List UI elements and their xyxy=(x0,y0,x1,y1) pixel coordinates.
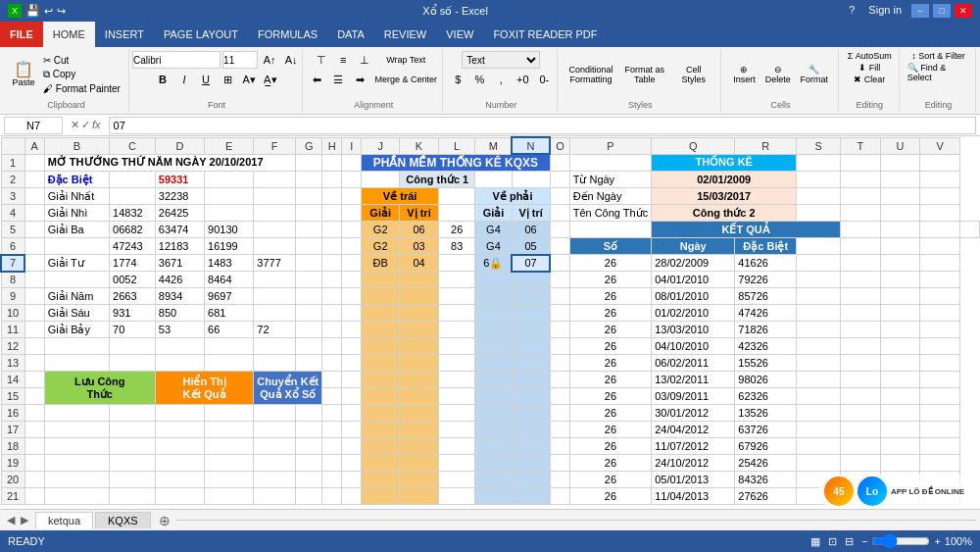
cell-p21[interactable]: 26 xyxy=(569,488,652,505)
cell-m14[interactable] xyxy=(475,372,512,388)
cell-a15[interactable] xyxy=(24,388,44,405)
cell-r16[interactable]: 13526 xyxy=(735,405,797,422)
row-header-6[interactable]: 6 xyxy=(1,238,24,255)
cell-v4[interactable] xyxy=(920,205,960,222)
cell-v5[interactable] xyxy=(960,222,980,238)
cell-m5[interactable]: G4 xyxy=(475,222,512,238)
cell-l21[interactable] xyxy=(438,488,475,505)
cell-q14[interactable]: 13/02/2011 xyxy=(652,372,735,388)
formula-confirm-btn[interactable]: ✓ xyxy=(81,119,90,131)
cell-b12[interactable] xyxy=(44,338,109,355)
dec-inc-btn[interactable]: +0 xyxy=(513,71,532,88)
cell-u4[interactable] xyxy=(880,205,920,222)
cell-h11[interactable] xyxy=(322,322,342,338)
cell-d7[interactable]: 3671 xyxy=(155,255,204,272)
cell-e9[interactable]: 9697 xyxy=(205,288,254,305)
cell-d16[interactable] xyxy=(155,405,204,422)
cell-k7[interactable]: 04 xyxy=(400,255,439,272)
row-header-1[interactable]: 1 xyxy=(1,154,24,172)
col-header-a[interactable]: A xyxy=(24,137,44,154)
cell-s6[interactable] xyxy=(797,238,841,255)
cell-u6[interactable] xyxy=(880,238,920,255)
cell-d2[interactable]: 59331 xyxy=(155,172,204,188)
cell-l4[interactable] xyxy=(438,205,475,222)
row-header-10[interactable]: 10 xyxy=(1,305,24,322)
cell-n19[interactable] xyxy=(512,455,550,472)
merge-center-btn[interactable]: Merge & Center xyxy=(371,71,440,88)
cell-c21[interactable] xyxy=(110,488,156,505)
paste-button[interactable]: 📋 Paste xyxy=(10,59,37,90)
cell-s12[interactable] xyxy=(797,338,841,355)
cell-o1[interactable] xyxy=(550,154,569,172)
cell-v2[interactable] xyxy=(920,172,960,188)
cell-r18[interactable]: 67926 xyxy=(735,438,797,455)
cell-m12[interactable] xyxy=(475,338,512,355)
cell-m21[interactable] xyxy=(475,488,512,505)
row-header-19[interactable]: 19 xyxy=(1,455,24,472)
cell-c6[interactable]: 47243 xyxy=(110,238,156,255)
cell-n21[interactable] xyxy=(512,488,550,505)
cell-a8[interactable] xyxy=(24,272,44,288)
redo-icon[interactable]: ↪ xyxy=(57,5,66,18)
cell-g17[interactable] xyxy=(296,422,322,438)
cell-t18[interactable] xyxy=(840,438,880,455)
cell-d18[interactable] xyxy=(155,438,204,455)
tab-insert[interactable]: INSERT xyxy=(95,22,154,47)
cell-r13[interactable]: 15526 xyxy=(735,355,797,372)
border-btn[interactable]: ⊞ xyxy=(218,71,237,88)
maximize-btn[interactable]: □ xyxy=(933,4,951,18)
cell-b14[interactable]: Lưu CôngThức xyxy=(44,372,155,405)
cell-t12[interactable] xyxy=(840,338,880,355)
cell-m6[interactable]: G4 xyxy=(475,238,512,255)
cell-l14[interactable] xyxy=(438,372,475,388)
cell-f5[interactable] xyxy=(254,222,296,238)
cell-t1[interactable] xyxy=(840,154,880,172)
cell-d4[interactable]: 26425 xyxy=(155,205,204,222)
undo-icon[interactable]: ↩ xyxy=(44,5,53,18)
cell-v11[interactable] xyxy=(920,322,960,338)
col-header-u[interactable]: U xyxy=(880,137,920,154)
cell-f6[interactable] xyxy=(254,238,296,255)
cell-b3[interactable]: Giải Nhất xyxy=(44,188,109,205)
cell-g8[interactable] xyxy=(296,272,322,288)
cell-o5[interactable] xyxy=(550,222,569,238)
cell-i7[interactable] xyxy=(342,255,362,272)
formula-cancel-btn[interactable]: ✕ xyxy=(71,119,79,131)
clear-btn[interactable]: ✖ Clear xyxy=(854,75,885,84)
cell-styles-btn[interactable]: Cell Styles xyxy=(673,62,714,87)
row-header-2[interactable]: 2 xyxy=(1,172,24,188)
cell-e17[interactable] xyxy=(205,422,254,438)
cell-f7[interactable]: 3777 xyxy=(254,255,296,272)
cell-u10[interactable] xyxy=(880,305,920,322)
cell-c9[interactable]: 2663 xyxy=(110,288,156,305)
cell-s5[interactable] xyxy=(840,222,880,238)
cell-o13[interactable] xyxy=(550,355,569,372)
view-normal-btn[interactable]: ▦ xyxy=(810,535,820,548)
cell-j2[interactable] xyxy=(362,172,400,188)
cell-k14[interactable] xyxy=(400,372,439,388)
cell-s17[interactable] xyxy=(797,422,841,438)
cell-a20[interactable] xyxy=(24,472,44,488)
cell-d3[interactable]: 32238 xyxy=(155,188,204,205)
cell-p20[interactable]: 26 xyxy=(569,472,652,488)
tab-home[interactable]: HOME xyxy=(43,22,95,47)
cell-p10[interactable]: 26 xyxy=(569,305,652,322)
cell-p5[interactable] xyxy=(569,222,652,238)
cell-p1[interactable] xyxy=(569,154,652,172)
col-header-v[interactable]: V xyxy=(920,137,960,154)
col-header-l[interactable]: L xyxy=(438,137,475,154)
cell-h10[interactable] xyxy=(322,305,342,322)
cell-e12[interactable] xyxy=(205,338,254,355)
row-header-11[interactable]: 11 xyxy=(1,322,24,338)
cell-a1[interactable] xyxy=(24,154,44,172)
cell-c8[interactable]: 0052 xyxy=(110,272,156,288)
cell-n18[interactable] xyxy=(512,438,550,455)
col-header-t[interactable]: T xyxy=(840,137,880,154)
cell-e18[interactable] xyxy=(205,438,254,455)
cell-c10[interactable]: 931 xyxy=(110,305,156,322)
currency-btn[interactable]: $ xyxy=(448,71,467,88)
cell-v6[interactable] xyxy=(920,238,960,255)
cell-r14[interactable]: 98026 xyxy=(735,372,797,388)
cell-r8[interactable]: 79226 xyxy=(735,272,797,288)
percent-btn[interactable]: % xyxy=(469,71,489,88)
